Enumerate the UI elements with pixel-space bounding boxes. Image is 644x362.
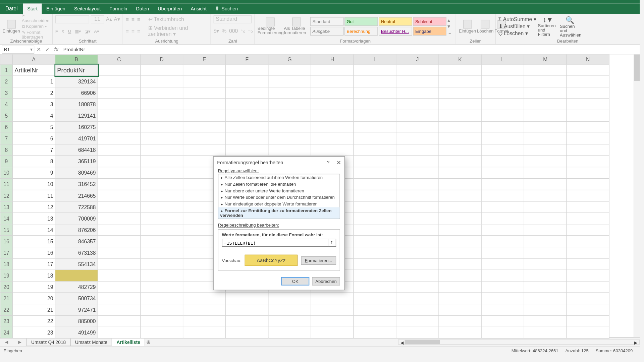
rule-item[interactable]: Nur eindeutige oder doppelte Werte forma… xyxy=(218,201,340,207)
cell[interactable] xyxy=(183,144,226,156)
row-header[interactable]: 21 xyxy=(0,293,13,304)
cell[interactable] xyxy=(439,293,481,304)
cell[interactable] xyxy=(354,144,396,156)
format-painter-button[interactable]: ✎ Format übertragen xyxy=(22,30,50,40)
cell[interactable] xyxy=(354,110,396,121)
cell[interactable] xyxy=(396,87,439,99)
cell[interactable]: 214665 xyxy=(55,190,98,201)
cell[interactable]: 722588 xyxy=(55,201,98,213)
cell[interactable] xyxy=(524,224,567,236)
cell[interactable] xyxy=(481,293,524,304)
sheet-tab[interactable]: Umsatz Q4 2018 xyxy=(26,338,71,346)
range-picker-button[interactable]: ↥ xyxy=(328,239,336,247)
vertical-scrollbar[interactable] xyxy=(634,54,640,337)
cell[interactable]: 9 xyxy=(12,167,55,178)
cell[interactable] xyxy=(396,76,439,87)
cell[interactable]: 700009 xyxy=(55,213,98,224)
cell[interactable] xyxy=(396,213,439,224)
fill-color-button[interactable]: ◪▾ xyxy=(85,29,91,34)
cell[interactable] xyxy=(524,327,567,338)
cell[interactable] xyxy=(481,213,524,224)
sheet-tab[interactable]: Umsatz Monate xyxy=(70,338,112,346)
cell[interactable] xyxy=(481,121,524,133)
cell[interactable] xyxy=(141,213,183,224)
cell[interactable] xyxy=(481,304,524,315)
cell[interactable] xyxy=(268,64,311,76)
cell[interactable] xyxy=(98,99,140,110)
cell[interactable]: 876206 xyxy=(55,224,98,236)
cell[interactable] xyxy=(439,99,481,110)
cell[interactable] xyxy=(481,87,524,99)
cell[interactable] xyxy=(439,258,481,270)
cell[interactable] xyxy=(141,190,183,201)
cell[interactable]: 66906 xyxy=(55,87,98,99)
cell[interactable] xyxy=(567,236,609,247)
tab-start[interactable]: Start xyxy=(23,3,42,14)
cell[interactable] xyxy=(268,110,311,121)
cell[interactable] xyxy=(141,258,183,270)
cell[interactable] xyxy=(98,315,140,327)
cell[interactable] xyxy=(567,258,609,270)
cell[interactable] xyxy=(311,327,354,338)
cell[interactable] xyxy=(481,224,524,236)
cell[interactable] xyxy=(567,110,609,121)
style-scroll-down-icon[interactable]: ▾ xyxy=(447,23,452,29)
font-size-select[interactable]: 11 xyxy=(91,15,104,23)
cell[interactable] xyxy=(183,315,226,327)
cell[interactable] xyxy=(439,213,481,224)
cell[interactable] xyxy=(141,99,183,110)
cell[interactable] xyxy=(268,76,311,87)
cell[interactable] xyxy=(226,293,268,304)
cell[interactable] xyxy=(567,190,609,201)
cell[interactable] xyxy=(439,64,481,76)
tab-insert[interactable]: Einfügen xyxy=(42,3,70,14)
cell[interactable]: 7 xyxy=(12,144,55,156)
cell[interactable] xyxy=(98,144,140,156)
style-schlecht[interactable]: Schlecht xyxy=(413,17,446,26)
border-button[interactable]: ▦▾ xyxy=(75,29,81,34)
cell[interactable] xyxy=(354,190,396,201)
cell[interactable] xyxy=(268,87,311,99)
row-header[interactable]: 18 xyxy=(0,258,13,270)
cell[interactable] xyxy=(311,144,354,156)
clear-button[interactable]: ◇ Löschen ▾ xyxy=(498,30,536,36)
style-gut[interactable]: Gut xyxy=(344,17,378,26)
style-besucht[interactable]: Besuchter H... xyxy=(379,27,412,36)
rule-item[interactable]: Nur Zellen formatieren, die enthalten xyxy=(218,181,340,188)
tell-me-search[interactable]: Suchen xyxy=(214,6,238,11)
cell[interactable] xyxy=(396,110,439,121)
cell[interactable]: 16 xyxy=(12,247,55,258)
row-header[interactable]: 12 xyxy=(0,190,13,201)
cell[interactable] xyxy=(481,76,524,87)
cell[interactable] xyxy=(354,258,396,270)
cell[interactable] xyxy=(98,247,140,258)
cell[interactable] xyxy=(439,315,481,327)
cell[interactable] xyxy=(567,281,609,293)
cell[interactable] xyxy=(226,327,268,338)
cell[interactable] xyxy=(354,179,396,190)
help-button[interactable]: ? xyxy=(323,160,333,165)
cell[interactable] xyxy=(268,144,311,156)
cell[interactable] xyxy=(396,281,439,293)
cell[interactable] xyxy=(354,201,396,213)
align-center-icon[interactable]: ≡ xyxy=(131,28,135,34)
cell[interactable] xyxy=(226,87,268,99)
cell[interactable] xyxy=(524,87,567,99)
cell[interactable] xyxy=(567,224,609,236)
align-middle-icon[interactable]: ≡ xyxy=(131,16,135,22)
cell[interactable] xyxy=(354,236,396,247)
cell[interactable]: 673138 xyxy=(55,247,98,258)
sort-filter-button[interactable]: ↕▼ Sortieren und Filtern xyxy=(538,16,558,37)
cell[interactable] xyxy=(524,121,567,133)
tab-file[interactable]: Datei xyxy=(0,3,23,14)
cell[interactable] xyxy=(524,76,567,87)
cell[interactable] xyxy=(567,247,609,258)
cell[interactable] xyxy=(396,293,439,304)
cell[interactable] xyxy=(98,64,140,76)
cell[interactable] xyxy=(354,304,396,315)
cell[interactable] xyxy=(481,156,524,167)
cell[interactable] xyxy=(524,315,567,327)
cell[interactable] xyxy=(396,247,439,258)
cell[interactable] xyxy=(311,315,354,327)
tab-layout[interactable]: Seitenlayout xyxy=(70,3,105,14)
